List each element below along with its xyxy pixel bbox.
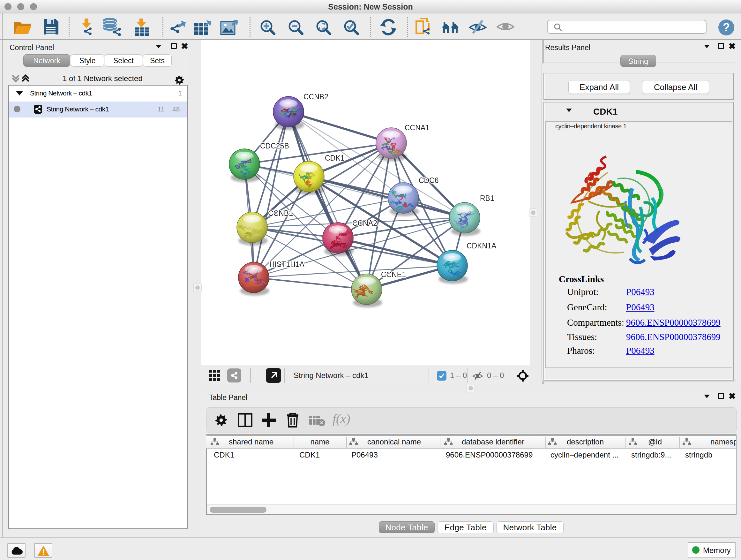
svg-text:CDC6: CDC6 (419, 176, 439, 185)
svg-text:CCNB2: CCNB2 (304, 92, 328, 101)
svg-text:?: ? (723, 21, 730, 34)
svg-text:CCNA2: CCNA2 (352, 219, 377, 227)
svg-text:CDK1: CDK1 (325, 154, 344, 162)
svg-text:CCNA1: CCNA1 (405, 124, 429, 132)
svg-text:CDC25B: CDC25B (260, 142, 289, 150)
svg-text:RB1: RB1 (480, 194, 494, 202)
svg-text:HIST1H1A: HIST1H1A (269, 260, 305, 268)
svg-text:CDKN1A: CDKN1A (467, 242, 496, 250)
svg-text:CCNE1: CCNE1 (381, 270, 406, 279)
svg-text:CCNB1: CCNB1 (268, 209, 293, 217)
